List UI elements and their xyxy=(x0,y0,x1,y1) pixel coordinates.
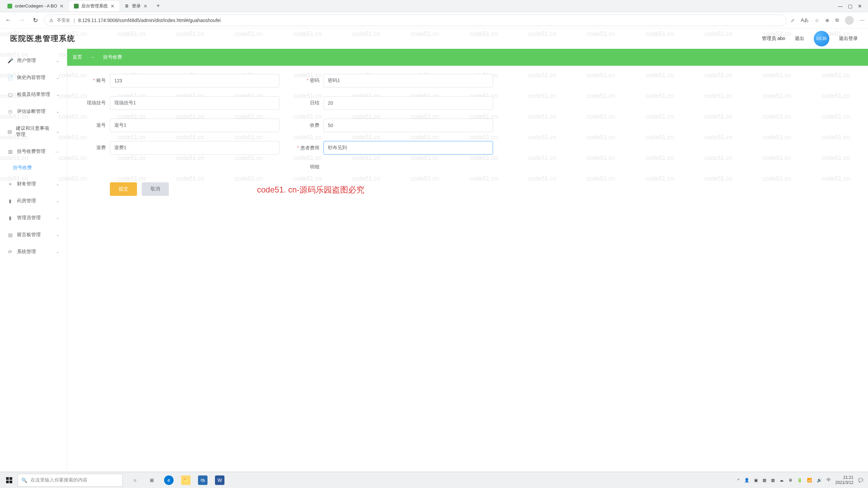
sidebar-item-pharmacy[interactable]: ▮药房管理⌄ xyxy=(0,192,67,209)
tab-admin-system[interactable]: 后台管理系统 ✕ xyxy=(69,1,119,11)
sidebar-item-admin[interactable]: ▮管理员管理⌄ xyxy=(0,209,67,226)
chevron-down-icon: ⌄ xyxy=(56,109,59,114)
close-icon[interactable]: ✕ xyxy=(60,3,64,9)
tray-network-icon[interactable]: 🖥 xyxy=(788,478,792,483)
notifications-icon[interactable]: 💬 xyxy=(858,478,863,483)
breadcrumb-current[interactable]: 挂号收费 xyxy=(103,54,122,60)
taskbar-search[interactable]: 🔍 在这里输入你要搜索的内容 xyxy=(18,474,123,487)
sidebar-item-user[interactable]: 🎤用户管理⌄ xyxy=(0,52,67,69)
breadcrumb-home[interactable]: 首页 xyxy=(73,54,82,60)
input-onsite[interactable] xyxy=(110,96,279,110)
extensions-icon[interactable]: ⧉ xyxy=(835,17,839,23)
more-icon[interactable]: ⋯ xyxy=(860,18,865,23)
field-patient-fee: *患者费用明细 xyxy=(290,141,493,174)
input-password[interactable] xyxy=(323,74,493,87)
collections-icon[interactable]: ⊕ xyxy=(825,18,829,23)
submit-button[interactable]: 提交 xyxy=(110,182,137,196)
tray-video-icon[interactable]: ▣ xyxy=(754,478,758,483)
header-right: 管理员 abo 退出 03:35 退出登录 xyxy=(762,31,858,46)
taskview-icon[interactable]: ⊞ xyxy=(147,475,157,485)
logout-button[interactable]: 退出登录 xyxy=(839,36,858,42)
sidebar-label: 挂号收费管理 xyxy=(17,148,45,155)
maximize-button[interactable]: ▢ xyxy=(848,3,852,9)
profile-avatar[interactable] xyxy=(845,16,854,25)
logout-partial[interactable]: 退出 xyxy=(795,36,804,42)
translate-icon[interactable]: Aあ xyxy=(801,17,809,23)
taskbar-clock[interactable]: 21:21 2021/3/12 xyxy=(835,475,853,485)
browser-tab-strip: orderCodegen - A BO ✕ 后台管理系统 ✕ 🗎 登录 ✕ + … xyxy=(0,0,868,12)
address-bar[interactable]: ⚠ 不安全 | 8.129.11.174:9008/ssmf48d5/admin… xyxy=(44,15,787,26)
tray-people-icon[interactable]: 👤 xyxy=(744,478,749,483)
new-tab-button[interactable]: + xyxy=(153,2,163,9)
tray-volume-icon[interactable]: 🔊 xyxy=(817,478,822,483)
input-patient-fee[interactable] xyxy=(323,141,493,155)
sidebar-label: 检查及结果管理 xyxy=(17,92,50,98)
tray-app-icon[interactable]: ▦ xyxy=(763,478,766,483)
tray-onedrive-icon[interactable]: ☁ xyxy=(780,478,784,483)
reload-button[interactable]: ↻ xyxy=(31,17,40,24)
tray-battery-icon[interactable]: 🔋 xyxy=(797,478,802,483)
edge-icon[interactable]: e xyxy=(164,475,174,485)
forward-button[interactable]: → xyxy=(17,17,26,24)
system-tray: ^ 👤 ▣ ▦ ▦ ☁ 🖥 🔋 📶 🔊 中 21:21 2021/3/12 💬 xyxy=(737,475,867,485)
sidebar-item-system[interactable]: ⟳系统管理⌄ xyxy=(0,243,67,260)
security-label: 不安全 xyxy=(57,17,70,23)
tray-ime-icon[interactable]: 中 xyxy=(827,477,831,483)
input-account[interactable] xyxy=(110,74,279,87)
minimize-button[interactable]: — xyxy=(838,3,843,9)
word-icon[interactable]: W xyxy=(215,475,224,485)
input-refund-fee[interactable] xyxy=(110,141,279,155)
field-daily: 日结 xyxy=(290,96,493,110)
url-text: 8.129.11.174:9008/ssmf48d5/admin/dist/in… xyxy=(78,18,221,23)
breadcrumb-strip: 首页 → 挂号收费 xyxy=(67,49,868,66)
sidebar-item-advice[interactable]: ▤建议和注意事项管理⌄ xyxy=(0,120,67,143)
reading-icon[interactable]: ⤢ xyxy=(791,18,795,23)
input-refund-num[interactable] xyxy=(110,119,279,132)
back-button[interactable]: ← xyxy=(3,17,13,24)
sidebar-item-registration[interactable]: ▨挂号收费管理︿ xyxy=(0,143,67,160)
favorite-icon[interactable]: ☆ xyxy=(815,18,819,23)
sidebar-label: 病史内容管理 xyxy=(17,75,45,81)
sidebar-item-message[interactable]: ▤留言板管理⌄ xyxy=(0,226,67,243)
windows-icon xyxy=(6,477,12,483)
tray-up-icon[interactable]: ^ xyxy=(737,478,739,483)
clock-icon: ◷ xyxy=(7,109,13,114)
tab-ordercodegen[interactable]: orderCodegen - A BO ✕ xyxy=(3,1,68,11)
tab-title: 登录 xyxy=(132,3,141,9)
store-icon[interactable]: 🛍 xyxy=(198,475,208,485)
sidebar-label: 财务管理 xyxy=(17,181,36,187)
field-refund-fee: 退费 xyxy=(76,141,279,155)
tray-wifi-icon[interactable]: 📶 xyxy=(807,478,812,483)
layout: 🎤用户管理⌄ 📄病史内容管理⌄ ▢检查及结果管理⌄ ◷评估诊断管理⌄ ▤建议和注… xyxy=(0,49,868,472)
app-shell: 医院医患管理系统 管理员 abo 退出 03:35 退出登录 🎤用户管理⌄ 📄病… xyxy=(0,28,868,472)
close-icon[interactable]: ✕ xyxy=(111,3,115,9)
chevron-down-icon: ⌄ xyxy=(56,129,59,134)
start-button[interactable] xyxy=(1,473,17,487)
cancel-button[interactable]: 取消 xyxy=(142,182,169,196)
explorer-icon[interactable]: 📁 xyxy=(181,475,191,485)
label-account: *账号 xyxy=(76,78,110,84)
sidebar-sub-registration-fee[interactable]: 挂号收费 xyxy=(0,160,67,176)
field-onsite: 现场挂号 xyxy=(76,96,279,110)
sidebar-item-history[interactable]: 📄病史内容管理⌄ xyxy=(0,69,67,86)
tray-app2-icon[interactable]: ▦ xyxy=(771,478,775,483)
sidebar-item-finance[interactable]: ≡财务管理⌄ xyxy=(0,176,67,192)
toolbar-actions: ⤢ Aあ ☆ ⊕ ⧉ ⋯ xyxy=(791,16,865,25)
sidebar-label: 系统管理 xyxy=(17,249,36,255)
sidebar-item-check[interactable]: ▢检查及结果管理⌄ xyxy=(0,86,67,103)
sidebar-label: 用户管理 xyxy=(17,58,36,64)
chevron-down-icon: ⌄ xyxy=(56,182,59,186)
close-icon[interactable]: ✕ xyxy=(143,3,147,9)
cortana-icon[interactable]: ○ xyxy=(130,475,140,485)
sidebar-item-diagnosis[interactable]: ◷评估诊断管理⌄ xyxy=(0,103,67,120)
input-fee[interactable] xyxy=(323,119,493,132)
field-account: *账号 xyxy=(76,74,279,87)
field-fee: 收费 xyxy=(290,119,493,132)
close-window-button[interactable]: ✕ xyxy=(858,3,862,9)
tab-login[interactable]: 🗎 登录 ✕ xyxy=(120,1,152,11)
input-daily[interactable] xyxy=(323,96,493,110)
doc-icon: 📄 xyxy=(7,75,13,80)
sidebar-label: 管理员管理 xyxy=(17,215,41,221)
list-icon: ▤ xyxy=(7,232,13,238)
clock-time: 21:21 xyxy=(835,475,853,480)
